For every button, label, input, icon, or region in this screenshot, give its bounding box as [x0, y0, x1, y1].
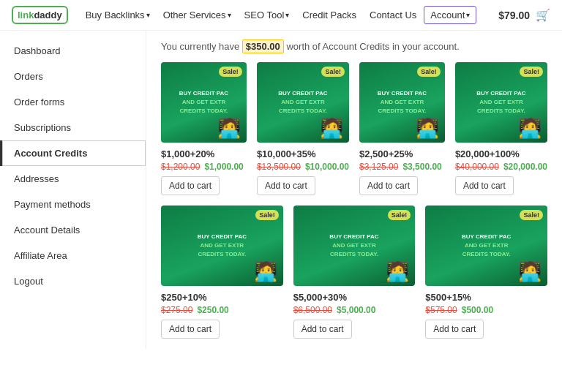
- add-to-cart-button[interactable]: Add to cart: [425, 320, 484, 339]
- account-notice: You currently have $350.00 worth of Acco…: [161, 41, 547, 52]
- sidebar-item-order-forms[interactable]: Order forms: [0, 89, 146, 115]
- sidebar-item-account-details[interactable]: Account Details: [0, 217, 146, 243]
- price-sale[interactable]: $3,500.00: [402, 162, 441, 172]
- person-illustration: 🧑‍💻: [386, 260, 409, 283]
- person-illustration: 🧑‍💻: [320, 117, 343, 140]
- price-row: $3,125.00$3,500.00: [359, 162, 445, 172]
- price-original: $40,000.00: [455, 162, 499, 172]
- products-bottom-grid: BUY CREDIT PACAND GET EXTRCREDITS TODAY.…: [161, 206, 547, 339]
- chevron-down-icon: ▾: [285, 11, 289, 19]
- person-illustration: 🧑‍💻: [217, 117, 241, 140]
- add-to-cart-button[interactable]: Add to cart: [359, 176, 418, 195]
- product-image: BUY CREDIT PACAND GET EXTRCREDITS TODAY.…: [455, 62, 547, 143]
- nav-item-other-services[interactable]: Other Services▾: [157, 7, 237, 23]
- nav-item-account[interactable]: Account▾: [424, 6, 476, 24]
- cart-icon[interactable]: 🛒: [536, 8, 550, 22]
- sale-badge: Sale!: [388, 210, 411, 220]
- product-image: BUY CREDIT PACAND GET EXTRCREDITS TODAY.…: [161, 206, 283, 286]
- sale-badge: Sale!: [520, 210, 543, 220]
- chevron-down-icon: ▾: [466, 11, 470, 19]
- nav-item-seo-tool[interactable]: SEO Tool▾: [239, 7, 296, 23]
- sidebar-item-orders[interactable]: Orders: [0, 64, 146, 89]
- product-title: $5,000+30%: [293, 292, 416, 303]
- add-to-cart-button[interactable]: Add to cart: [293, 320, 352, 339]
- price-row: $1,200.00$1,000.00: [161, 162, 247, 172]
- notice-prefix: You currently have: [161, 41, 239, 52]
- price-original: $6,500.00: [293, 305, 332, 315]
- price-original: $1,200.00: [161, 162, 200, 172]
- product-card: BUY CREDIT PACAND GET EXTRCREDITS TODAY.…: [293, 206, 416, 339]
- sale-badge: Sale!: [321, 67, 345, 77]
- header: link daddy Buy Backlinks▾Other Services▾…: [0, 0, 562, 31]
- add-to-cart-button[interactable]: Add to cart: [161, 176, 220, 195]
- price-row: $6,500.00$5,000.00: [293, 305, 416, 315]
- chevron-down-icon: ▾: [146, 11, 150, 19]
- sidebar-item-affiliate-area[interactable]: Affiliate Area: [0, 243, 146, 268]
- main-content: You currently have $350.00 worth of Acco…: [146, 31, 562, 349]
- sidebar-item-addresses[interactable]: Addresses: [0, 166, 146, 192]
- price-sale[interactable]: $500.00: [462, 305, 493, 315]
- product-title: $250+10%: [161, 292, 283, 303]
- sidebar-item-account-credits[interactable]: Account Credits: [0, 140, 146, 166]
- sidebar-item-payment-methods[interactable]: Payment methods: [0, 192, 146, 217]
- product-image: BUY CREDIT PACAND GET EXTRCREDITS TODAY.…: [425, 206, 547, 286]
- promo-text: BUY CREDIT PACAND GET EXTRCREDITS TODAY.: [175, 85, 233, 119]
- price-original: $13,500.00: [257, 162, 301, 172]
- price-sale[interactable]: $1,000.00: [204, 162, 243, 172]
- price-sale[interactable]: $20,000.00: [503, 162, 547, 172]
- product-title: $2,500+25%: [359, 148, 445, 159]
- price-sale[interactable]: $250.00: [197, 305, 228, 315]
- person-illustration: 🧑‍💻: [416, 117, 439, 140]
- price-row: $40,000.00$20,000.00: [455, 162, 547, 172]
- products-top-grid: BUY CREDIT PACAND GET EXTRCREDITS TODAY.…: [161, 62, 547, 195]
- price-sale[interactable]: $10,000.00: [305, 162, 349, 172]
- product-image: BUY CREDIT PACAND GET EXTRCREDITS TODAY.…: [359, 62, 445, 143]
- add-to-cart-button[interactable]: Add to cart: [257, 176, 315, 195]
- price-row: $275.00$250.00: [161, 305, 283, 315]
- price-row: $13,500.00$10,000.00: [257, 162, 349, 172]
- product-title: $10,000+35%: [257, 148, 349, 159]
- promo-text: BUY CREDIT PACAND GET EXTRCREDITS TODAY.: [457, 228, 515, 263]
- promo-text: BUY CREDIT PACAND GET EXTRCREDITS TODAY.: [193, 228, 251, 263]
- sidebar-item-subscriptions[interactable]: Subscriptions: [0, 115, 146, 140]
- product-title: $20,000+100%: [455, 148, 547, 159]
- price-original: $3,125.00: [359, 162, 398, 172]
- nav-item-contact-us[interactable]: Contact Us: [364, 7, 422, 23]
- price-sale[interactable]: $5,000.00: [337, 305, 375, 315]
- promo-text: BUY CREDIT PACAND GET EXTRCREDITS TODAY.: [325, 228, 383, 263]
- product-image: BUY CREDIT PACAND GET EXTRCREDITS TODAY.…: [257, 62, 349, 143]
- product-card: BUY CREDIT PACAND GET EXTRCREDITS TODAY.…: [425, 206, 547, 339]
- nav: Buy Backlinks▾Other Services▾SEO Tool▾Cr…: [80, 6, 494, 24]
- chevron-down-icon: ▾: [228, 11, 231, 19]
- logo[interactable]: link daddy: [12, 6, 68, 24]
- product-card: BUY CREDIT PACAND GET EXTRCREDITS TODAY.…: [161, 206, 283, 339]
- add-to-cart-button[interactable]: Add to cart: [455, 176, 514, 195]
- person-illustration: 🧑‍💻: [254, 260, 277, 283]
- person-illustration: 🧑‍💻: [518, 260, 542, 283]
- nav-item-credit-packs[interactable]: Credit Packs: [296, 7, 362, 23]
- product-image: BUY CREDIT PACAND GET EXTRCREDITS TODAY.…: [293, 206, 416, 286]
- promo-text: BUY CREDIT PACAND GET EXTRCREDITS TODAY.: [373, 85, 431, 119]
- sale-badge: Sale!: [520, 67, 543, 77]
- logo-link-text: link: [18, 10, 34, 20]
- add-to-cart-button[interactable]: Add to cart: [161, 320, 220, 339]
- header-right: $79.00 🛒: [498, 8, 550, 22]
- credit-amount: $350.00: [242, 39, 284, 53]
- product-card: BUY CREDIT PACAND GET EXTRCREDITS TODAY.…: [257, 62, 349, 195]
- product-card: BUY CREDIT PACAND GET EXTRCREDITS TODAY.…: [161, 62, 247, 195]
- sale-badge: Sale!: [417, 67, 441, 77]
- sidebar: DashboardOrdersOrder formsSubscriptionsA…: [0, 31, 146, 349]
- sale-badge: Sale!: [255, 210, 279, 220]
- product-image: BUY CREDIT PACAND GET EXTRCREDITS TODAY.…: [161, 62, 247, 143]
- nav-item-buy-backlinks[interactable]: Buy Backlinks▾: [80, 7, 156, 23]
- promo-text: BUY CREDIT PACAND GET EXTRCREDITS TODAY.: [472, 85, 530, 119]
- sidebar-item-dashboard[interactable]: Dashboard: [0, 38, 146, 64]
- product-card: BUY CREDIT PACAND GET EXTRCREDITS TODAY.…: [455, 62, 547, 195]
- notice-suffix: worth of Account Credits in your account…: [286, 41, 459, 52]
- sale-badge: Sale!: [219, 67, 242, 77]
- price-row: $575.00$500.00: [425, 305, 547, 315]
- price-original: $575.00: [425, 305, 457, 315]
- sidebar-item-logout[interactable]: Logout: [0, 268, 146, 294]
- promo-text: BUY CREDIT PACAND GET EXTRCREDITS TODAY.: [274, 85, 331, 119]
- cart-price: $79.00: [498, 10, 530, 21]
